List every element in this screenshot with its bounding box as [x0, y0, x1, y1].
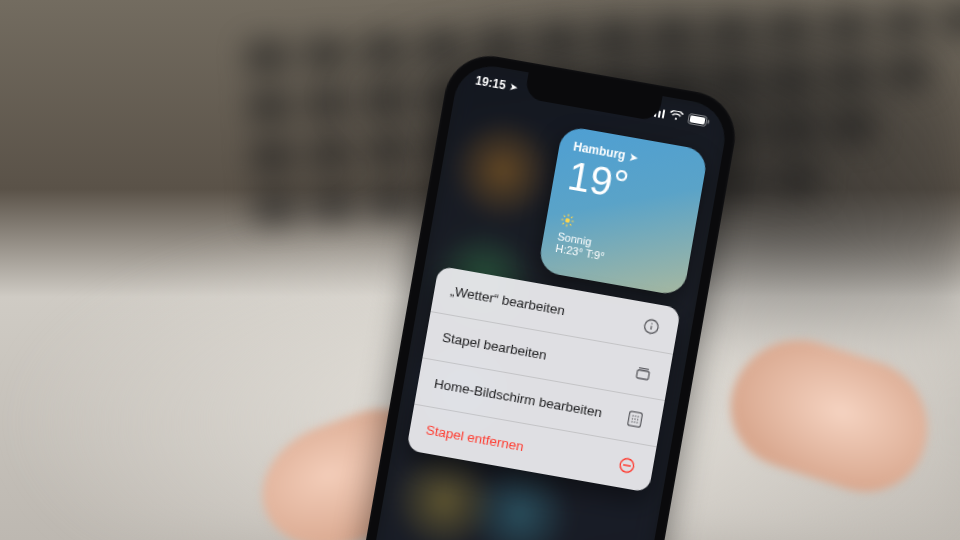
svg-point-18: [635, 415, 637, 417]
status-time: 19:15: [474, 73, 507, 92]
svg-point-17: [632, 415, 634, 417]
minus-circle-icon: [615, 454, 638, 477]
svg-point-19: [637, 416, 639, 418]
scene-background: 19:15 ➤ Hamburg: [0, 0, 960, 540]
svg-line-9: [570, 224, 571, 225]
svg-point-25: [636, 422, 638, 424]
svg-line-11: [571, 217, 572, 218]
svg-rect-15: [636, 370, 649, 380]
svg-point-3: [565, 218, 570, 223]
svg-point-21: [634, 418, 636, 420]
svg-point-20: [632, 418, 634, 420]
location-services-icon: ➤: [509, 81, 519, 92]
svg-line-27: [624, 465, 631, 466]
weather-widget[interactable]: Hamburg ➤ 19° Sonnig H:23° T:9°: [537, 125, 708, 296]
svg-point-23: [631, 421, 633, 423]
svg-point-22: [637, 419, 639, 421]
svg-line-10: [563, 223, 564, 224]
svg-point-24: [634, 421, 636, 423]
svg-rect-2: [707, 119, 709, 123]
stack-icon: [632, 361, 655, 384]
svg-line-8: [564, 216, 565, 217]
wifi-icon: [669, 110, 685, 122]
svg-point-14: [651, 323, 653, 325]
svg-rect-1: [690, 115, 706, 124]
location-arrow-icon: ➤: [628, 151, 638, 163]
apps-grid-icon: [623, 408, 646, 431]
svg-line-13: [651, 326, 652, 330]
battery-icon: [687, 112, 711, 127]
info-circle-icon: [640, 315, 663, 338]
